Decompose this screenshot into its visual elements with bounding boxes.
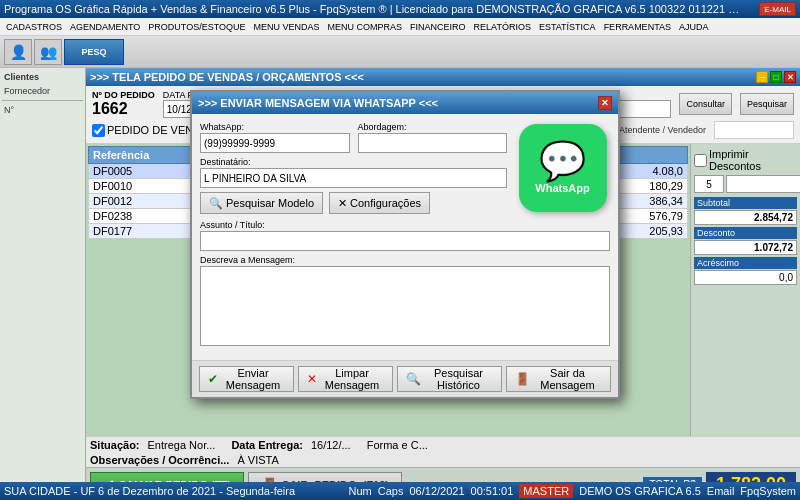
save-pedido-button[interactable]: ✔ SALVAR PEDIDO (F7)	[90, 472, 244, 483]
whatsapp-logo-icon: 💬	[539, 142, 586, 180]
phone-input[interactable]	[200, 133, 350, 153]
menu-agendamento[interactable]: AGENDAMENTO	[66, 20, 144, 34]
subject-label: Assunto / Título:	[200, 220, 610, 230]
sidebar-clientes: Clientes	[2, 70, 83, 84]
situation-label: Situação:	[90, 439, 140, 451]
menu-relatorios[interactable]: RELATÓRIOS	[470, 20, 535, 34]
win-maximize[interactable]: □	[770, 71, 782, 83]
delivery-value: 16/12/...	[311, 439, 351, 451]
menu-ajuda[interactable]: AJUDA	[675, 20, 713, 34]
subtotal1-value: 2.854,72	[694, 210, 797, 225]
email-button[interactable]: E-MAIL	[759, 2, 796, 16]
dialog-title: >>> ENVIAR MENSAGEM VIA WHATSAPP <<<	[198, 97, 438, 109]
clear-message-button[interactable]: ✕ Limpar Mensagem	[298, 366, 393, 392]
subject-input[interactable]	[200, 231, 610, 251]
win-close[interactable]: ✕	[784, 71, 796, 83]
subtotal1-label: Subtotal	[694, 197, 797, 209]
status-num: Num	[349, 485, 372, 497]
approach-label: Abordagem:	[358, 122, 508, 132]
imprimir-descontos-row: Imprimir Descontos	[694, 148, 797, 172]
message-label: Descreva a Mensagem:	[200, 255, 610, 265]
obs-label: Observações / Ocorrênci...	[90, 454, 229, 466]
sales-window-title: >>> TELA PEDIDO DE VENDAS / ORÇAMENTOS <…	[90, 71, 364, 83]
menu-cadastros[interactable]: CADASTROS	[2, 20, 66, 34]
status-time: 00:51:01	[471, 485, 514, 497]
app-title: Programa OS Gráfica Rápida + Vendas & Fi…	[4, 3, 744, 15]
toolbar-btn-1[interactable]: 👤	[4, 39, 32, 65]
settings-button[interactable]: ✕ Configurações	[329, 192, 430, 214]
order-num-label: Nº DO PEDIDO	[92, 90, 155, 100]
message-textarea[interactable]	[200, 266, 610, 346]
delivery-label: Data Entrega:	[231, 439, 303, 451]
menu-produtos[interactable]: PRODUTOS/ESTOQUE	[144, 20, 249, 34]
menu-vendas[interactable]: MENU VENDAS	[250, 20, 324, 34]
subtotal2-value: 1.072,72	[694, 240, 797, 255]
exit-message-button[interactable]: 🚪 Sair da Mensagem	[506, 366, 611, 392]
search-model-button[interactable]: 🔍 Pesquisar Modelo	[200, 192, 323, 214]
menu-estatistica[interactable]: ESTATÍSTICA	[535, 20, 600, 34]
whatsapp-dialog: >>> ENVIAR MENSAGEM VIA WHATSAPP <<< ✕ W…	[190, 90, 620, 399]
sidebar-nf: N°	[2, 103, 83, 117]
recipient-input[interactable]	[200, 168, 507, 188]
status-caps: Caps	[378, 485, 404, 497]
dict-label: Destinatário:	[200, 157, 507, 167]
status-master: MASTER	[519, 484, 573, 498]
imprimir-descontos-checkbox[interactable]	[694, 154, 707, 167]
grand-total: 1.782,00	[706, 472, 796, 482]
consult-button[interactable]: Consultar	[679, 93, 732, 115]
search-history-button[interactable]: 🔍 Pesquisar Histórico	[397, 366, 502, 392]
forma-label: Forma e C...	[367, 439, 428, 451]
phone-label: WhatsApp:	[200, 122, 350, 132]
subtotal3-value: 0,0	[694, 270, 797, 285]
dialog-close-button[interactable]: ✕	[598, 96, 612, 110]
menu-financeiro[interactable]: FINANCEIRO	[406, 20, 470, 34]
toolbar-btn-2[interactable]: 👥	[34, 39, 62, 65]
sidebar-fornecedor: Fornecedor	[2, 84, 83, 98]
whatsapp-logo-text: WhatsApp	[535, 182, 589, 194]
send-message-button[interactable]: ✔ Enviar Mensagem	[199, 366, 294, 392]
situation-value: Entrega Nor...	[148, 439, 216, 451]
pedido-venda-checkbox[interactable]	[92, 124, 105, 137]
order-number: 1662	[92, 100, 155, 118]
discount-val-input[interactable]	[726, 175, 800, 193]
approach-input[interactable]	[358, 133, 508, 153]
status-date: 06/12/2021	[409, 485, 464, 497]
subtotal2-label: Desconto	[694, 227, 797, 239]
subtotal3-label: Acréscimo	[694, 257, 797, 269]
status-demo: DEMO OS GRAFICA 6.5	[579, 485, 701, 497]
pesq-button[interactable]: PESQ	[64, 39, 124, 65]
status-city: SUA CIDADE - UF 6 de Dezembro de 2021 - …	[4, 485, 295, 497]
win-minimize[interactable]: ─	[756, 71, 768, 83]
atendente-label: Atendente / Vendedor	[619, 125, 706, 135]
discount-qty-input[interactable]	[694, 175, 724, 193]
search-client-button[interactable]: Pesquisar	[740, 93, 794, 115]
menu-compras[interactable]: MENU COMPRAS	[324, 20, 407, 34]
status-system: FpqSystem	[740, 485, 796, 497]
menu-ferramentas[interactable]: FERRAMENTAS	[600, 20, 675, 34]
obs-value: À VISTA	[237, 454, 278, 466]
exit-pedido-button[interactable]: 🚪 SAIR. PEDIDO. (F12)	[248, 472, 402, 483]
whatsapp-logo: 💬 WhatsApp	[519, 124, 607, 212]
status-email: Email	[707, 485, 735, 497]
